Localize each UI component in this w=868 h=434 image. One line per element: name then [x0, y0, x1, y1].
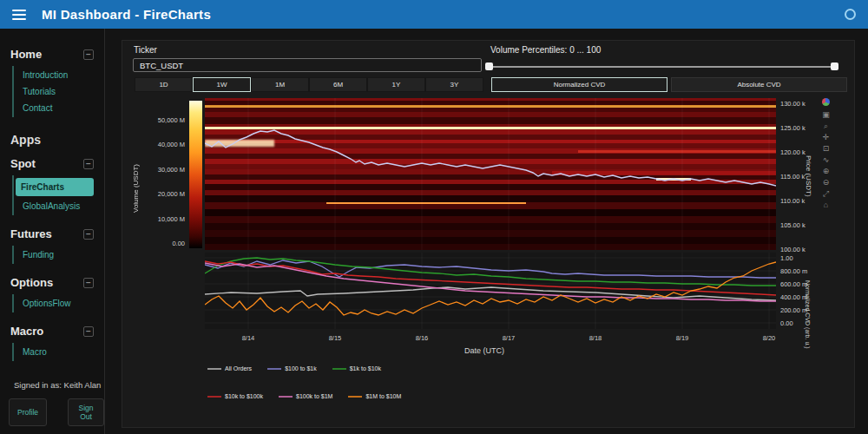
- sidebar-item-firecharts[interactable]: FireCharts: [16, 178, 94, 196]
- sidebar-item-contact[interactable]: Contact: [14, 100, 104, 116]
- cvd-series-line[interactable]: [205, 287, 776, 300]
- collapse-icon[interactable]: −: [83, 229, 94, 240]
- legend-label: $100k to $1M: [296, 393, 332, 399]
- ticker-input[interactable]: [133, 58, 482, 72]
- hamburger-menu-icon[interactable]: [12, 10, 26, 20]
- legend-item-100k-1m[interactable]: $100k to $1M: [279, 393, 332, 399]
- section-title: Futures: [10, 227, 52, 240]
- zoom-icon[interactable]: ⌕: [824, 122, 828, 130]
- section-title: Spot: [10, 157, 36, 170]
- profile-button[interactable]: Profile: [9, 398, 47, 426]
- tab-1y[interactable]: 1Y: [367, 77, 425, 92]
- sidebar-item-introduction[interactable]: Introduction: [14, 67, 104, 83]
- colorbar-tick: 10,000 M: [135, 215, 185, 223]
- colorbar-tick: 20,000 M: [135, 190, 185, 198]
- sidebar-section-home[interactable]: Home −: [0, 43, 104, 64]
- legend-item-all-orders[interactable]: All Orders: [207, 365, 252, 372]
- x-tick: 8/17: [491, 334, 526, 342]
- tab-1w[interactable]: 1W: [193, 77, 251, 92]
- volume-heatmap[interactable]: [205, 98, 776, 250]
- apps-heading: Apps: [0, 124, 104, 152]
- price-tick: 105.00 k: [780, 221, 806, 229]
- legend-item-10k-100k[interactable]: $10k to $100k: [207, 393, 263, 399]
- collapse-icon[interactable]: −: [83, 159, 94, 169]
- sidebar-section-macro[interactable]: Macro −: [0, 319, 104, 341]
- cvd-line-chart[interactable]: [205, 253, 776, 329]
- section-title: Home: [10, 48, 42, 61]
- tab-6m[interactable]: 6M: [309, 77, 367, 92]
- colorbar-tick: 50,000 M: [135, 116, 185, 124]
- status-circle-icon[interactable]: [845, 9, 856, 20]
- x-tick: 8/20: [752, 334, 786, 342]
- heatmap-gridlines: [248, 98, 769, 250]
- legend-label: $100 to $1k: [285, 365, 317, 372]
- camera-icon[interactable]: ▣: [822, 110, 830, 119]
- sidebar: Home − Introduction Tutorials Contact Ap…: [0, 29, 105, 434]
- plotly-modebar: ▣ ⌕ ✛ ⊡ ∿ ⊕ ⊖ ⤢ ⌂: [822, 98, 830, 209]
- sidebar-item-funding[interactable]: Funding: [14, 247, 104, 263]
- legend-item-1m-10m[interactable]: $1M to $10M: [348, 393, 401, 399]
- collapse-icon[interactable]: −: [83, 278, 94, 288]
- section-title: Macro: [10, 325, 43, 338]
- sidebar-section-options[interactable]: Options −: [0, 271, 104, 293]
- volume-percentile-slider[interactable]: [488, 66, 837, 68]
- sidebar-item-globalanalysis[interactable]: GlobalAnalysis: [14, 198, 104, 214]
- absolute-cvd-button[interactable]: Absolute CVD: [671, 77, 847, 92]
- x-tick: 8/16: [404, 334, 439, 342]
- zoom-in-icon[interactable]: ⊕: [823, 167, 830, 175]
- cvd-series-line[interactable]: [205, 263, 776, 301]
- legend-label: $10k to $100k: [225, 393, 263, 399]
- section-title: Options: [10, 276, 53, 289]
- normalized-cvd-button[interactable]: Normalized CVD: [491, 77, 667, 92]
- cvd-series-line[interactable]: [205, 261, 776, 295]
- legend-label: $1M to $10M: [365, 393, 401, 399]
- zoom-out-icon[interactable]: ⊖: [823, 178, 830, 187]
- sidebar-section-futures[interactable]: Futures −: [0, 222, 104, 244]
- price-tick: 120.00 k: [780, 148, 806, 156]
- tab-1m[interactable]: 1M: [251, 77, 309, 92]
- cvd-toggle-group: Normalized CVD Absolute CVD: [491, 77, 847, 92]
- plotly-logo-icon[interactable]: [822, 98, 830, 106]
- slider-handle-min[interactable]: [485, 62, 493, 70]
- collapse-icon[interactable]: −: [83, 326, 94, 337]
- legend-row-2: $10k to $100k $100k to $1M $1M to $10M: [207, 393, 401, 399]
- reset-axes-icon[interactable]: ⌂: [824, 201, 828, 209]
- price-tick: 110.00 k: [780, 197, 805, 205]
- cvd-tick: 600.00 m: [780, 280, 807, 288]
- sidebar-item-optionsflow[interactable]: OptionsFlow: [14, 295, 104, 312]
- volume-colorbar: [189, 101, 202, 248]
- legend-label: $1k to $10k: [350, 365, 381, 372]
- price-tick: 100.00 k: [780, 246, 806, 253]
- cvd-axis-title: Normalized CVD (arb. u.): [805, 249, 811, 379]
- price-line: [205, 130, 776, 186]
- sidebar-item-tutorials[interactable]: Tutorials: [14, 83, 104, 100]
- price-tick: 125.00 k: [780, 124, 806, 132]
- ticker-label: Ticker: [134, 45, 157, 55]
- price-line-svg: [205, 98, 776, 250]
- sidebar-section-spot[interactable]: Spot −: [0, 152, 104, 174]
- x-axis-title: Date (UTC): [464, 346, 504, 355]
- legend-item-100-1k[interactable]: $100 to $1k: [267, 365, 317, 372]
- signed-in-text: Signed in as: Keith Alan: [0, 368, 104, 390]
- x-tick: 8/19: [665, 334, 700, 342]
- autoscale-icon[interactable]: ⤢: [823, 189, 829, 198]
- pan-icon[interactable]: ✛: [823, 133, 830, 141]
- tab-1d[interactable]: 1D: [135, 77, 193, 92]
- collapse-icon[interactable]: −: [83, 49, 94, 60]
- cvd-lines-svg: [205, 253, 776, 329]
- cvd-tick: 800.00 m: [780, 267, 807, 275]
- x-tick: 8/18: [578, 334, 613, 342]
- signout-button[interactable]: Sign Out: [68, 398, 104, 426]
- price-axis-title: Price (USDT): [805, 135, 812, 218]
- lasso-icon[interactable]: ∿: [823, 155, 830, 164]
- colorbar-tick: 30,000 M: [135, 166, 185, 174]
- tab-3y[interactable]: 3Y: [425, 77, 483, 92]
- sidebar-item-macro[interactable]: Macro: [14, 344, 104, 360]
- price-tick: 130.00 k: [780, 100, 806, 108]
- legend-item-1k-10k[interactable]: $1k to $10k: [332, 365, 381, 372]
- slider-handle-max[interactable]: [831, 62, 838, 70]
- box-select-icon[interactable]: ⊡: [823, 144, 830, 153]
- price-tick: 115.00 k: [780, 173, 805, 181]
- app-title: MI Dashboard - FireCharts: [42, 7, 211, 22]
- x-tick: 8/15: [318, 334, 352, 342]
